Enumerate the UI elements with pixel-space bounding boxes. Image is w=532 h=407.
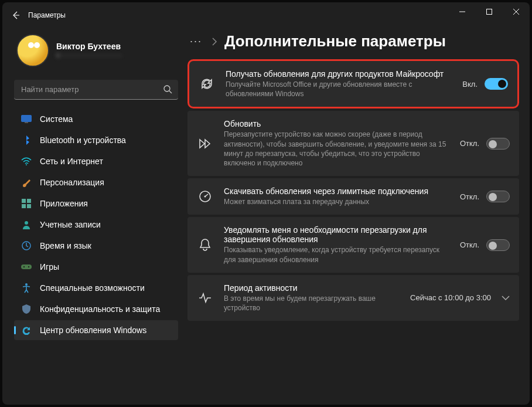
svg-point-9 [25,221,28,225]
setting-active-hours[interactable]: Период активности В это время мы не буде… [187,275,519,321]
svg-point-12 [23,266,25,267]
sidebar-item-label: Учетные записи [40,220,101,229]
chevron-right-icon [212,38,217,46]
svg-point-1 [164,86,170,91]
svg-point-4 [26,164,27,165]
toggle-label: Вкл. [462,80,478,89]
sidebar-item-label: Приложения [40,199,88,208]
bluetooth-icon [21,135,32,145]
page-title: Дополнительные параметры [224,32,446,50]
card-control: Откл. [460,191,510,202]
sidebar-item-system[interactable]: Система [14,109,178,129]
svg-rect-3 [25,122,28,123]
svg-rect-6 [27,199,31,203]
svg-rect-5 [22,199,26,203]
grid-icon [21,198,32,209]
svg-point-13 [28,266,29,267]
sidebar-item-gaming[interactable]: Игры [14,257,178,277]
sidebar-item-windows-update[interactable]: Центр обновления Windows [14,320,178,340]
sidebar-item-bluetooth[interactable]: Bluetooth и устройства [14,130,178,150]
close-button[interactable] [503,2,530,21]
setting-metered-download[interactable]: Скачивать обновления через лимитные подк… [187,178,519,215]
window-title: Параметры [28,11,66,19]
card-control: Откл. [460,239,510,251]
card-desc: Может взиматься плата за передачу данных [224,197,449,206]
sidebar-item-label: Сеть и Интернет [40,157,103,166]
sidebar-item-label: Персонализация [40,178,104,187]
chevron-down-icon [502,295,510,301]
sidebar-item-accounts[interactable]: Учетные записи [14,215,178,235]
toggle-label: Откл. [460,139,479,148]
brush-icon [21,177,32,188]
card-title: Скачивать обновления через лимитные подк… [224,186,449,196]
card-desc: В это время мы не будем перезагружать ва… [224,294,400,313]
back-button[interactable] [6,5,26,25]
toggle-label: Откл. [460,192,479,201]
wifi-icon [21,156,32,167]
sidebar-item-accessibility[interactable]: Специальные возможности [14,278,178,298]
gamepad-icon [21,262,32,272]
svg-rect-0 [487,9,492,15]
toggle-switch[interactable] [486,191,510,202]
sidebar-item-label: Специальные возможности [40,283,145,293]
svg-rect-7 [22,204,26,208]
active-hours-value: Сейчас с 10:00 до 3:00 [410,293,491,302]
shield-icon [21,304,32,314]
arrow-left-icon [11,11,21,20]
card-desc: Получайте Microsoft Office и другие обно… [226,80,452,99]
titlebar: Параметры [2,2,530,28]
svg-rect-2 [22,116,32,122]
sidebar-item-time-language[interactable]: Время и язык [14,236,178,256]
person-icon [21,219,32,230]
sidebar-item-network[interactable]: Сеть и Интернет [14,151,178,171]
card-body: Период активности В это время мы не буде… [224,283,400,313]
sidebar-item-privacy[interactable]: Конфиденциальность и защита [14,299,178,319]
close-icon [513,9,519,15]
sidebar-item-personalization[interactable]: Персонализация [14,172,178,192]
setting-other-ms-updates[interactable]: Получать обновления для других продуктов… [187,59,519,108]
card-body: Уведомлять меня о необходимости перезагр… [224,225,449,264]
card-desc: Показывать уведомление, когда устройству… [224,245,449,264]
fast-forward-icon [197,137,213,151]
sidebar: Виктор Бухтеев c························… [2,28,184,405]
card-body: Получать обновления для других продуктов… [226,69,452,99]
monitor-icon [21,114,32,124]
main: ··· Дополнительные параметры Получать об… [184,28,530,405]
card-control: Сейчас с 10:00 до 3:00 [410,293,510,302]
sidebar-item-label: Конфиденциальность и защита [40,304,160,314]
maximize-button[interactable] [476,2,503,21]
card-desc: Перезапустите устройство как можно скоре… [224,130,449,168]
card-title: Период активности [224,283,400,293]
minimize-button[interactable] [449,2,476,21]
sidebar-item-label: Центр обновления Windows [40,325,146,335]
gauge-icon [197,189,213,204]
search-icon [163,84,172,94]
sidebar-item-apps[interactable]: Приложения [14,194,178,213]
settings-list: Получать обновления для других продуктов… [187,59,519,321]
sync-icon [199,77,215,91]
toggle-switch[interactable] [485,78,508,90]
svg-point-16 [204,196,206,198]
nav: Система Bluetooth и устройства Сеть и Ин… [14,109,178,340]
profile-email: c································ [56,51,122,59]
search-input[interactable] [14,80,178,100]
search-wrap [14,80,178,100]
profile-block[interactable]: Виктор Бухтеев c························… [14,28,178,77]
update-icon [21,325,32,335]
sidebar-item-label: Bluetooth и устройства [40,135,126,145]
toggle-switch[interactable] [486,138,510,150]
globe-clock-icon [21,240,32,251]
profile-name: Виктор Бухтеев [56,42,122,51]
toggle-switch[interactable] [486,239,510,251]
svg-rect-11 [21,264,32,269]
setting-restart-notify[interactable]: Уведомлять меня о необходимости перезагр… [187,217,519,272]
card-control: Вкл. [462,78,508,90]
minimize-icon [459,9,465,15]
breadcrumb-more[interactable]: ··· [187,32,204,51]
card-body: Скачивать обновления через лимитные подк… [224,186,449,206]
sidebar-item-label: Игры [40,262,59,272]
sidebar-item-label: Система [40,114,73,124]
content: Виктор Бухтеев c························… [2,28,530,405]
setting-update-asap[interactable]: Обновить Перезапустите устройство как мо… [187,111,519,176]
card-title: Получать обновления для других продуктов… [226,69,452,79]
